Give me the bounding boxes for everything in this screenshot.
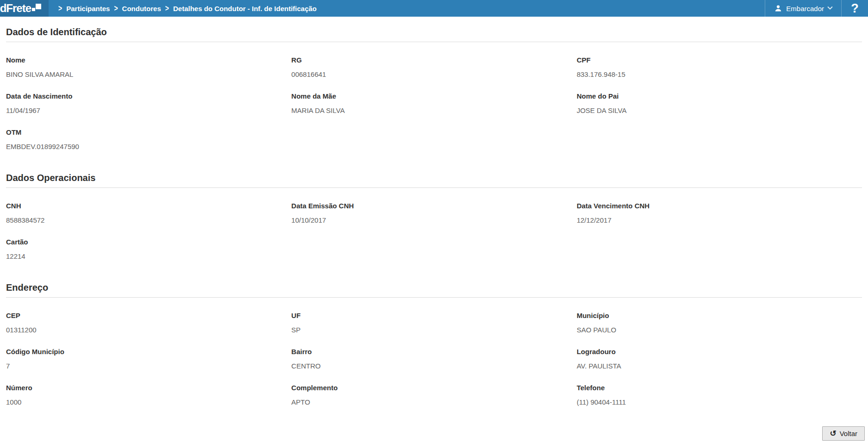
help-button[interactable]: ?	[841, 0, 868, 17]
field-nome-mae: Nome da Mãe MARIA DA SILVA	[291, 92, 576, 114]
field-value: CENTRO	[291, 362, 576, 370]
field-label: Nome	[6, 56, 291, 64]
field-label: Bairro	[291, 348, 576, 356]
field-value: 1000	[6, 398, 291, 406]
chevron-right-icon: >	[165, 4, 169, 13]
field-otm: OTM EMBDEV.01899247590	[6, 128, 291, 150]
page: IdFrete > Participantes > Condutores > D…	[0, 0, 868, 443]
field-label: Data Emissão CNH	[291, 202, 576, 210]
field-value: BINO SILVA AMARAL	[6, 70, 291, 78]
user-profile-dropdown[interactable]: Embarcador	[765, 0, 841, 17]
fields-grid: Nome BINO SILVA AMARAL RG 006816641 CPF …	[6, 42, 862, 150]
section-title: Endereço	[6, 282, 862, 298]
field-rg: RG 006816641	[291, 56, 576, 78]
user-profile-label: Embarcador	[786, 5, 824, 12]
user-icon	[774, 5, 782, 12]
field-label: Número	[6, 384, 291, 392]
app-logo[interactable]: IdFrete	[0, 0, 49, 17]
field-value: JOSE DA SILVA	[577, 106, 862, 114]
breadcrumb-item-condutores[interactable]: Condutores	[122, 5, 161, 12]
field-value: MARIA DA SILVA	[291, 106, 576, 114]
field-value: SP	[291, 326, 576, 334]
field-data-vencimento-cnh: Data Vencimento CNH 12/12/2017	[577, 202, 862, 224]
field-nome: Nome BINO SILVA AMARAL	[6, 56, 291, 78]
field-value: 01311200	[6, 326, 291, 334]
field-label: Data de Nascimento	[6, 92, 291, 100]
field-label: Nome do Pai	[577, 92, 862, 100]
topbar-right: Embarcador ?	[765, 0, 868, 17]
field-label: Telefone	[577, 384, 862, 392]
field-data-emissao-cnh: Data Emissão CNH 10/10/2017	[291, 202, 576, 224]
field-numero: Número 1000	[6, 384, 291, 406]
chevron-right-icon: >	[58, 4, 62, 13]
field-uf: UF SP	[291, 312, 576, 334]
field-cnh: CNH 8588384572	[6, 202, 291, 224]
field-label: Cartão	[6, 238, 291, 246]
section-endereco: Endereço CEP 01311200 UF SP Município SA…	[6, 282, 862, 406]
field-value: 10/10/2017	[291, 216, 576, 224]
field-value: 8588384572	[6, 216, 291, 224]
field-value: AV. PAULISTA	[577, 362, 862, 370]
breadcrumb-item-participantes[interactable]: Participantes	[66, 5, 110, 12]
field-data-nascimento: Data de Nascimento 11/04/1967	[6, 92, 291, 114]
field-value: SAO PAULO	[577, 326, 862, 334]
section-dados-operacionais: Dados Operacionais CNH 8588384572 Data E…	[6, 173, 862, 260]
field-value: 833.176.948-15	[577, 70, 862, 78]
field-label: Logradouro	[577, 348, 862, 356]
field-value: 12/12/2017	[577, 216, 862, 224]
field-value: 12214	[6, 252, 291, 260]
field-logradouro: Logradouro AV. PAULISTA	[577, 348, 862, 370]
field-label: UF	[291, 312, 576, 319]
breadcrumb: > Participantes > Condutores > Detalhes …	[54, 5, 317, 12]
fields-grid: CEP 01311200 UF SP Município SAO PAULO C…	[6, 298, 862, 406]
field-value: 7	[6, 362, 291, 370]
chevron-down-icon	[827, 5, 832, 10]
undo-arrow-icon: ↺	[830, 430, 836, 437]
field-value: 006816641	[291, 70, 576, 78]
field-bairro: Bairro CENTRO	[291, 348, 576, 370]
field-value: EMBDEV.01899247590	[6, 143, 291, 150]
field-label: Código Município	[6, 348, 291, 356]
top-navigation-bar: IdFrete > Participantes > Condutores > D…	[0, 0, 868, 17]
field-complemento: Complemento APTO	[291, 384, 576, 406]
help-icon: ?	[851, 1, 859, 16]
field-cpf: CPF 833.176.948-15	[577, 56, 862, 78]
field-cartao: Cartão 12214	[6, 238, 291, 260]
field-label: Complemento	[291, 384, 576, 392]
field-value: 11/04/1967	[6, 106, 291, 114]
section-title: Dados de Identificação	[6, 27, 862, 42]
voltar-button[interactable]: ↺ Voltar	[822, 426, 865, 441]
fields-grid: CNH 8588384572 Data Emissão CNH 10/10/20…	[6, 188, 862, 260]
field-label: CPF	[577, 56, 862, 64]
field-value: (11) 90404-1111	[577, 398, 862, 406]
field-label: CEP	[6, 312, 291, 319]
app-logo-text: IdFrete	[0, 0, 31, 17]
field-label: RG	[291, 56, 576, 64]
field-municipio: Município SAO PAULO	[577, 312, 862, 334]
field-label: Nome da Mãe	[291, 92, 576, 100]
field-telefone: Telefone (11) 90404-1111	[577, 384, 862, 406]
voltar-button-label: Voltar	[840, 430, 857, 437]
field-label: Data Vencimento CNH	[577, 202, 862, 210]
field-label: Município	[577, 312, 862, 319]
main-content: Dados de Identificação Nome BINO SILVA A…	[0, 17, 868, 406]
field-value: APTO	[291, 398, 576, 406]
field-codigo-municipio: Código Município 7	[6, 348, 291, 370]
breadcrumb-item-detalhes-condutor[interactable]: Detalhes do Condutor - Inf. de Identific…	[173, 5, 317, 12]
field-label: OTM	[6, 128, 291, 136]
section-dados-identificacao: Dados de Identificação Nome BINO SILVA A…	[6, 27, 862, 150]
section-title: Dados Operacionais	[6, 173, 862, 188]
field-nome-pai: Nome do Pai JOSE DA SILVA	[577, 92, 862, 114]
field-label: CNH	[6, 202, 291, 210]
chevron-right-icon: >	[114, 4, 118, 13]
logo-squares-icon	[32, 3, 41, 13]
field-cep: CEP 01311200	[6, 312, 291, 334]
